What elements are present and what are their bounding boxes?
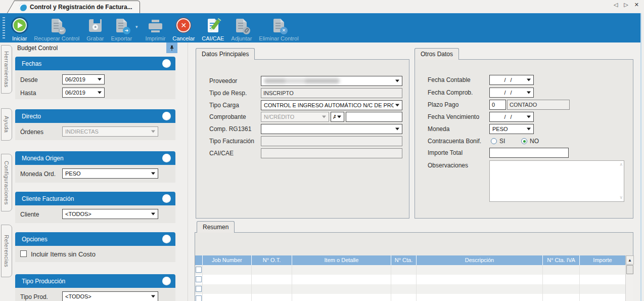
- tab-ayuda[interactable]: Ayuda: [1, 108, 12, 141]
- grid-header-cta[interactable]: N° Cta.: [391, 255, 417, 265]
- eliminar-control-button[interactable]: ✕ Eliminar Control: [255, 16, 302, 41]
- paperclip-icon: [244, 27, 249, 33]
- comprobante-letra-combobox[interactable]: A: [331, 112, 344, 122]
- scrollbar-thumb[interactable]: [626, 265, 633, 274]
- budget-control-panel: Budget Control Fechas Desde 06/2019 Hast…: [13, 42, 188, 301]
- document-tab[interactable]: Control y Registración de Factura...: [15, 1, 140, 13]
- fecha-comprob-label: Fecha Comprob.: [428, 89, 473, 96]
- tab-configuraciones[interactable]: Configuraciones: [1, 154, 12, 211]
- tipo-carga-label: Tipo Carga: [209, 102, 239, 109]
- grid-header-ot[interactable]: N° O.T.: [252, 255, 292, 265]
- moneda-combobox[interactable]: PESO: [489, 124, 534, 134]
- row-checkbox[interactable]: [196, 267, 202, 273]
- section-toggle[interactable]: [162, 277, 171, 285]
- section-fechas: Fechas Desde 06/2019 Hasta 06/2019: [15, 57, 175, 99]
- contracuenta-no-label: NO: [530, 138, 539, 145]
- grid-header-importe[interactable]: Importe: [580, 255, 625, 265]
- table-row: [195, 284, 625, 294]
- document-restore-icon: ↩: [52, 19, 62, 32]
- plazo-pago-desc-field: CONTADO: [507, 100, 570, 110]
- document-delete-icon: ✕: [273, 19, 284, 32]
- close-icon[interactable]: ✕: [634, 2, 639, 8]
- grid-header-select: [195, 255, 203, 265]
- importe-total-input[interactable]: [489, 148, 569, 158]
- observaciones-textarea[interactable]: ∧ ∨: [489, 160, 624, 202]
- tipo-prod-label: Tipo Prod.: [20, 293, 48, 300]
- recuperar-control-button[interactable]: ↩ Recuperar Control: [30, 16, 83, 41]
- incluir-items-checkbox[interactable]: [20, 250, 27, 257]
- imprimir-button[interactable]: Imprimir: [142, 16, 169, 41]
- panel-header: Budget Control: [13, 42, 188, 54]
- section-directo: Directo Órdenes INDIRECTAS: [15, 109, 175, 140]
- section-toggle[interactable]: [162, 112, 171, 120]
- fecha-comprob-combobox[interactable]: / /: [489, 88, 534, 98]
- iniciar-button[interactable]: Iniciar: [9, 16, 30, 41]
- scroll-up-icon[interactable]: ∧: [619, 162, 623, 167]
- tab-referencias[interactable]: Referencias: [1, 225, 12, 277]
- observaciones-label: Observaciones: [428, 162, 468, 169]
- contracuenta-no-radio[interactable]: [521, 138, 527, 144]
- cai-cae-field: [261, 148, 402, 158]
- importe-total-label: Importe Total: [428, 149, 463, 156]
- section-toggle[interactable]: [162, 154, 171, 162]
- cliente-combobox[interactable]: <TODOS>: [62, 209, 158, 219]
- desde-combobox[interactable]: 06/2019: [62, 74, 105, 84]
- play-icon: [13, 18, 27, 32]
- rg1361-combobox[interactable]: [261, 124, 402, 134]
- fecha-vencimiento-label: Fecha Vencimiento: [428, 113, 479, 120]
- fecha-contable-combobox[interactable]: / /: [489, 75, 534, 85]
- title-bar: Control y Registración de Factura... ◁ ▷…: [0, 0, 644, 13]
- save-icon: [89, 19, 102, 32]
- grid-scrollbar[interactable]: ▲: [625, 255, 633, 301]
- row-checkbox[interactable]: [196, 276, 202, 282]
- grabar-button[interactable]: Grabar: [83, 16, 107, 41]
- panel-title: Budget Control: [17, 45, 58, 52]
- grid-header-cta-iva[interactable]: N° Cta. IVA: [543, 255, 580, 265]
- nav-back-icon[interactable]: ◁: [614, 2, 618, 8]
- table-row: [195, 294, 625, 301]
- scroll-down-icon[interactable]: ∨: [619, 195, 623, 200]
- section-tipo-produccion: Tipo Producción Tipo Prod. <TODOS>: [15, 274, 175, 301]
- section-toggle[interactable]: [162, 194, 171, 203]
- fecha-vencimiento-combobox[interactable]: / /: [489, 112, 534, 122]
- tab-otros-datos[interactable]: Otros Datos: [415, 48, 459, 60]
- tipo-carga-combobox[interactable]: CONTROL E INGRESO AUTOMÁTICO N/C DE PROD…: [261, 100, 402, 110]
- comprobante-label: Comprobante: [209, 113, 246, 120]
- table-row: [195, 275, 625, 284]
- row-checkbox[interactable]: [196, 295, 202, 301]
- grid-header-item-detalle[interactable]: Item o Detalle: [292, 255, 391, 265]
- scrollbar-up-icon[interactable]: ▲: [626, 255, 634, 265]
- plazo-pago-label: Plazo Pago: [428, 101, 458, 108]
- grid-header-job-number[interactable]: Job Number: [203, 255, 252, 265]
- cai-cae-button[interactable]: CAI/CAE: [198, 16, 227, 41]
- moneda-ord-combobox[interactable]: PESO: [62, 168, 158, 179]
- hasta-combobox[interactable]: 06/2019: [62, 88, 105, 98]
- cancelar-button[interactable]: Cancelar: [169, 16, 198, 41]
- exportar-button[interactable]: ➜ Exportar: [107, 16, 135, 41]
- tab-datos-principales[interactable]: Datos Principales: [196, 48, 255, 60]
- tab-herramientas[interactable]: Herramientas: [1, 45, 12, 94]
- comprobante-numero-input[interactable]: [346, 112, 402, 122]
- desde-label: Desde: [20, 76, 38, 83]
- tab-resumen[interactable]: Resumen: [197, 221, 235, 233]
- tipo-facturacion-label: Tipo Facturación: [209, 138, 254, 145]
- moneda-label: Moneda: [428, 125, 449, 133]
- section-toggle[interactable]: [162, 59, 171, 68]
- plazo-pago-input[interactable]: 0: [489, 100, 506, 110]
- exportar-dropdown-icon[interactable]: ▾: [135, 24, 138, 29]
- window-title: Control y Registración de Factura...: [30, 4, 132, 11]
- adjuntar-button[interactable]: Adjuntar: [227, 16, 255, 41]
- pin-icon[interactable]: [166, 42, 177, 53]
- document-pencil-icon: [208, 19, 218, 32]
- tipo-prod-combobox[interactable]: <TODOS>: [62, 291, 158, 301]
- toolbar-grip[interactable]: [3, 17, 5, 39]
- proveedor-combobox[interactable]: [261, 76, 402, 86]
- section-toggle[interactable]: [162, 235, 171, 243]
- contracuenta-si-radio[interactable]: [491, 138, 497, 144]
- grid-header-descripcion[interactable]: Descripción: [417, 255, 543, 265]
- comprobante-combobox: N/CRÉDITO: [261, 112, 329, 122]
- nav-forward-icon[interactable]: ▷: [624, 2, 628, 8]
- tipo-resp-label: Tipo de Resp.: [209, 90, 247, 97]
- row-checkbox[interactable]: [196, 286, 202, 292]
- cai-cae-label: CAI/CAE: [209, 150, 234, 157]
